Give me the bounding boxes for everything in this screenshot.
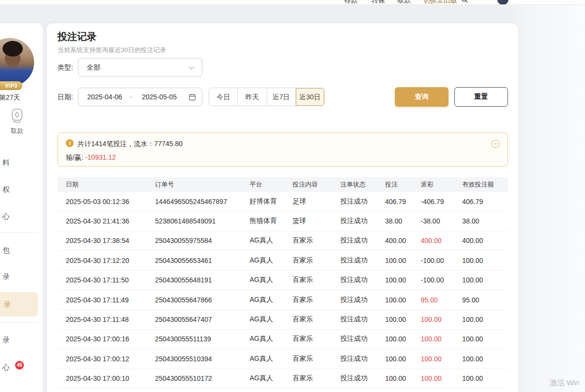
table-header-cell: 平台 bbox=[250, 180, 292, 189]
sidebar-item[interactable]: 心45 bbox=[2, 363, 32, 372]
quick-range-button[interactable]: 昨天 bbox=[237, 88, 266, 106]
sidebar-item[interactable]: 权 bbox=[2, 185, 32, 194]
activate-windows-watermark: 激活 Win bbox=[550, 378, 579, 388]
sidebar-item[interactable]: 心 bbox=[2, 212, 32, 221]
table-cell: 100.00 bbox=[462, 355, 508, 363]
table-header-cell: 订单号 bbox=[155, 180, 250, 189]
table-row: 2025-04-30 17:00:12250430055510394AG真人百家… bbox=[58, 349, 508, 369]
table-cell: 熊猫体育 bbox=[250, 217, 292, 225]
table-cell: 100.00 bbox=[462, 276, 508, 284]
sidebar-item[interactable]: 料 bbox=[2, 158, 32, 168]
table-cell: AG真人 bbox=[250, 276, 292, 284]
table-cell: 5238061488549091 bbox=[155, 217, 250, 225]
notification-badge: 45 bbox=[15, 361, 24, 370]
table-header-cell: 派彩 bbox=[421, 180, 462, 189]
table-cell: 1446496505245467897 bbox=[155, 198, 250, 205]
table-cell: 投注成功 bbox=[340, 236, 385, 245]
table-header-cell: 注单状态 bbox=[340, 180, 385, 189]
quick-range-button[interactable]: 近30日 bbox=[295, 88, 324, 106]
vip-badge: VIP3 bbox=[0, 81, 22, 90]
quick-range-button[interactable]: 近7日 bbox=[267, 88, 295, 106]
table-cell: -100.00 bbox=[421, 257, 462, 264]
table-row: 2025-04-30 17:00:10250430055510172AG真人百家… bbox=[58, 369, 508, 389]
topnav-item-withdraw[interactable]: 取款 bbox=[397, 0, 411, 5]
table-cell: 2025-05-03 00:12:36 bbox=[66, 198, 155, 205]
sidebar-item-active[interactable]: 录 bbox=[0, 292, 38, 317]
table-cell: 投注成功 bbox=[340, 335, 385, 343]
summary-total-text: 共计1414笔投注，流水：77745.80 bbox=[78, 140, 183, 149]
table-cell: 250430055511139 bbox=[155, 335, 250, 343]
topnav-item-switch-version[interactable]: 切换至旧版 bbox=[423, 0, 457, 5]
search-icon[interactable] bbox=[461, 0, 468, 3]
betting-record-panel: 投注记录 当前系统支持查询最近30日的投注记录 类型: 全部 日期: 2025-… bbox=[47, 23, 518, 392]
table-cell: 百家乐 bbox=[292, 276, 340, 284]
quick-range-group: 今日昨天近7日近30日 bbox=[209, 88, 325, 106]
sidebar-withdraw-button[interactable]: 取款 bbox=[0, 108, 34, 135]
table-cell: 100.00 bbox=[421, 316, 462, 323]
table-cell: -100.00 bbox=[421, 276, 462, 284]
reset-button[interactable]: 重置 bbox=[454, 87, 508, 107]
table-cell: 100.00 bbox=[385, 355, 421, 363]
table-cell: 投注成功 bbox=[340, 355, 385, 363]
table-cell: 250430055653461 bbox=[155, 257, 250, 264]
sidebar-item[interactable]: 录 bbox=[2, 272, 32, 281]
table-cell: 2025-04-30 17:11:48 bbox=[66, 316, 155, 323]
withdraw-icon bbox=[0, 108, 34, 126]
table-cell: 95.00 bbox=[421, 296, 462, 304]
date-range-picker[interactable]: 2025-04-06 - 2025-05-05 bbox=[78, 88, 202, 106]
table-cell: 百家乐 bbox=[292, 236, 340, 245]
table-cell: 100.00 bbox=[385, 276, 421, 284]
table-cell: AG真人 bbox=[250, 236, 292, 245]
table-cell: 百家乐 bbox=[292, 355, 340, 363]
summary-banner: i 共计1414笔投注，流水：77745.80 − 输/赢: -10931.12 bbox=[58, 132, 508, 167]
summary-loss-label: 输/赢: bbox=[66, 153, 83, 161]
table-cell: 篮球 bbox=[292, 217, 340, 225]
table-cell: 百家乐 bbox=[292, 256, 340, 265]
table-cell: AG真人 bbox=[250, 256, 292, 265]
table-row: 2025-04-30 17:11:50250430055648191AG真人百家… bbox=[58, 271, 508, 290]
topnav-item-transfer[interactable]: 转账 bbox=[371, 0, 385, 5]
date-end-value: 2025-05-05 bbox=[142, 93, 177, 101]
table-cell: 投注成功 bbox=[340, 256, 385, 265]
table-cell: 投注成功 bbox=[340, 374, 385, 383]
table-cell: 2025-04-30 17:38:54 bbox=[66, 237, 155, 244]
table-header-cell: 投注内容 bbox=[292, 180, 340, 189]
quick-range-button[interactable]: 今日 bbox=[209, 88, 237, 106]
betting-record-table: 日期订单号平台投注内容注单状态投注派彩有效投注额 2025-05-03 00:1… bbox=[58, 177, 508, 389]
table-cell: 投注成功 bbox=[340, 276, 385, 284]
table-cell: 2025-04-30 17:00:16 bbox=[66, 335, 155, 343]
sidebar-item[interactable]: 包 bbox=[2, 246, 32, 255]
table-row: 2025-04-30 21:41:365238061488549091熊猫体育篮… bbox=[58, 211, 508, 231]
table-cell: 100.00 bbox=[421, 374, 462, 382]
table-cell: 95.00 bbox=[462, 296, 508, 304]
summary-loss-value: -10931.12 bbox=[85, 153, 116, 161]
type-filter-label: 类型: bbox=[58, 63, 73, 72]
table-cell: 406.79 bbox=[462, 198, 508, 205]
table-row: 2025-05-03 00:12:361446496505245467897好博… bbox=[58, 192, 508, 211]
table-cell: 100.00 bbox=[462, 335, 508, 343]
user-avatar-small[interactable] bbox=[497, 0, 508, 5]
topnav-item-deposit[interactable]: 存款 bbox=[344, 0, 358, 5]
table-cell: 2025-04-30 17:11:50 bbox=[66, 276, 155, 284]
page-subtitle: 当前系统支持查询最近30日的投注记录 bbox=[58, 46, 166, 55]
table-cell: AG真人 bbox=[250, 315, 292, 324]
table-cell: 足球 bbox=[292, 197, 340, 206]
table-header-cell: 有效投注额 bbox=[462, 180, 508, 189]
membership-day-text: 第27天 bbox=[0, 93, 20, 102]
table-cell: 400.00 bbox=[385, 237, 421, 244]
search-button[interactable]: 查询 bbox=[395, 87, 448, 107]
table-cell: 100.00 bbox=[462, 374, 508, 382]
table-cell: AG真人 bbox=[250, 296, 292, 304]
withdraw-label: 取款 bbox=[0, 127, 34, 135]
collapse-icon[interactable]: − bbox=[491, 140, 500, 148]
table-cell: 百家乐 bbox=[292, 296, 340, 304]
table-cell: 100.00 bbox=[462, 316, 508, 323]
sidebar-item[interactable]: 录 bbox=[2, 336, 32, 345]
table-cell: 投注成功 bbox=[340, 296, 385, 304]
table-cell: AG真人 bbox=[250, 374, 292, 383]
type-select-dropdown[interactable]: 全部 bbox=[78, 58, 202, 76]
table-cell: -38.00 bbox=[421, 217, 462, 225]
table-cell: 400.00 bbox=[421, 237, 462, 244]
table-cell: 100.00 bbox=[462, 257, 508, 264]
sidebar-divider bbox=[0, 232, 38, 233]
